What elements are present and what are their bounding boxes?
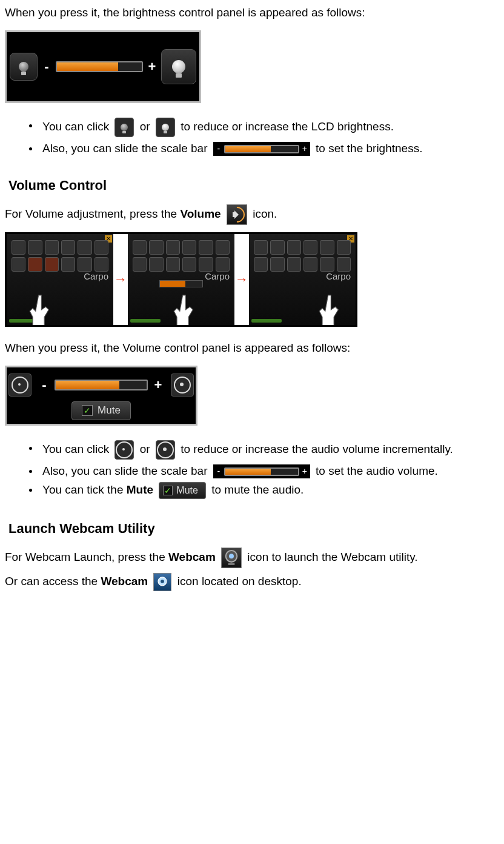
webcam-app-icon[interactable] — [221, 548, 242, 568]
bulb-bright-icon[interactable] — [156, 118, 175, 137]
arrow-icon: → — [113, 270, 128, 289]
checkbox-icon: ✓ — [163, 486, 173, 495]
carpo-label: Carpo — [205, 270, 230, 283]
list-item: Also, you can slide the scale bar - + to… — [29, 463, 497, 479]
checkbox-icon: ✓ — [82, 405, 93, 416]
bulb-bright-icon — [172, 60, 185, 73]
volume-sequence-figure: ✕ Carpo → Carpo — [5, 232, 357, 327]
webcam-line-2: Or can access the Webcam icon located on… — [5, 573, 497, 591]
webcam-line-1: For Webcam Launch, press the Webcam icon… — [5, 548, 497, 568]
volume-increase-button[interactable] — [171, 373, 194, 397]
volume-decrease-button[interactable] — [8, 373, 31, 397]
intro-text: When you press it, the Volume control pa… — [5, 340, 497, 356]
list-item: Also, you can slide the scale bar - + to… — [29, 141, 497, 156]
sequence-step: ✕ Carpo — [249, 234, 356, 325]
speaker-low-icon — [12, 377, 28, 394]
mute-label: Mute — [98, 404, 121, 418]
svg-rect-2 — [228, 563, 235, 565]
brightness-increase-button[interactable] — [161, 49, 196, 84]
speaker-high-icon — [174, 377, 191, 394]
slider-icon — [159, 280, 203, 287]
volume-inline-slider[interactable]: - + — [213, 464, 310, 478]
speaker-high-icon[interactable] — [156, 440, 175, 460]
webcam-icon — [154, 574, 171, 591]
list-item: You can click or to reduce or increase t… — [29, 440, 497, 460]
brightness-panel-figure: - + — [5, 30, 201, 103]
mute-inline-toggle[interactable]: ✓ Mute — [159, 482, 206, 499]
mute-toggle[interactable]: ✓ Mute — [71, 401, 131, 420]
minus-sign: - — [42, 58, 51, 76]
volume-panel-figure: - + ✓ Mute — [5, 366, 197, 426]
carpo-label: Carpo — [326, 270, 351, 283]
volume-app-icon[interactable] — [227, 204, 247, 225]
webcam-desktop-icon[interactable] — [153, 573, 171, 591]
minus-sign: - — [40, 376, 48, 394]
webcam-icon — [222, 548, 241, 568]
list-item: You can tick the Mute ✓ Mute to mute the… — [29, 482, 497, 499]
svg-point-4 — [161, 580, 165, 583]
brightness-bullets: You can click or to reduce or increase t… — [5, 118, 497, 156]
volume-intro: For Volume adjustment, press the Volume … — [5, 204, 497, 225]
plus-sign: + — [148, 58, 156, 76]
volume-bullets: You can click or to reduce or increase t… — [5, 440, 497, 499]
carpo-label: Carpo — [84, 270, 108, 283]
list-item: You can click or to reduce or increase t… — [29, 118, 497, 137]
brightness-slider[interactable] — [56, 61, 143, 72]
sequence-step: ✕ Carpo — [7, 234, 113, 325]
plus-sign: + — [154, 376, 162, 394]
brightness-inline-slider[interactable]: - + — [213, 142, 310, 156]
bulb-dim-icon[interactable] — [114, 118, 134, 137]
brightness-decrease-button[interactable] — [10, 53, 38, 81]
speaker-low-icon[interactable] — [114, 440, 134, 460]
heading-volume-control: Volume Control — [8, 176, 497, 195]
sequence-step: Carpo — [128, 234, 234, 325]
svg-point-1 — [229, 554, 234, 558]
heading-webcam: Launch Webcam Utility — [8, 520, 497, 538]
bulb-dim-icon — [19, 62, 28, 72]
intro-text: When you press it, the brightness contro… — [5, 5, 497, 21]
arrow-icon: → — [234, 270, 249, 289]
volume-slider[interactable] — [55, 380, 148, 390]
